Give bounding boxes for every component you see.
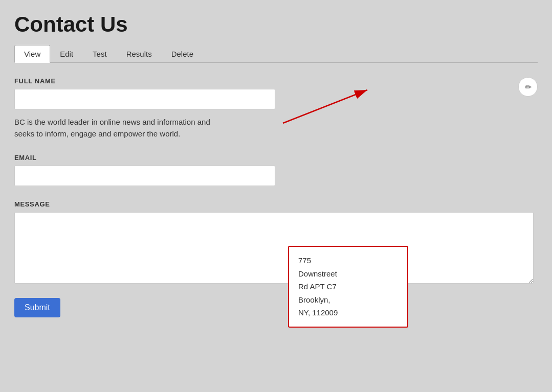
submit-button[interactable]: Submit	[14, 298, 60, 317]
message-input[interactable]	[14, 212, 534, 284]
address-box: 775 Downstreet Rd APT C7 Brooklyn, NY, 1…	[288, 246, 408, 328]
address-line2: Downstreet	[298, 267, 398, 281]
tab-view[interactable]: View	[14, 45, 50, 63]
arrow-annotation	[278, 82, 385, 128]
tab-test[interactable]: Test	[83, 45, 117, 62]
page-container: Contact Us View Edit Test Results Delete…	[0, 0, 552, 330]
tab-delete[interactable]: Delete	[162, 45, 203, 62]
address-line3: Rd APT C7	[298, 280, 398, 293]
email-section: EMAIL	[14, 154, 538, 186]
svg-line-1	[283, 90, 367, 123]
fullname-label: FULL NAME	[14, 77, 538, 85]
email-label: EMAIL	[14, 154, 538, 162]
address-line4: Brooklyn,	[298, 293, 398, 307]
address-line1: 775	[298, 254, 398, 267]
description-text: BC is the world leader in online news an…	[14, 117, 214, 140]
fullname-section: FULL NAME	[14, 77, 538, 109]
message-label: MESSAGE	[14, 200, 538, 208]
form-section: ✏ FULL NAME BC is the world leader in on…	[14, 77, 538, 317]
tabs-bar: View Edit Test Results Delete	[14, 45, 538, 63]
fullname-input[interactable]	[14, 89, 275, 109]
message-section: MESSAGE	[14, 200, 538, 284]
tab-results[interactable]: Results	[117, 45, 162, 62]
tab-edit[interactable]: Edit	[50, 45, 83, 62]
address-line5: NY, 112009	[298, 306, 398, 319]
email-input[interactable]	[14, 166, 275, 186]
page-title: Contact Us	[14, 12, 538, 37]
